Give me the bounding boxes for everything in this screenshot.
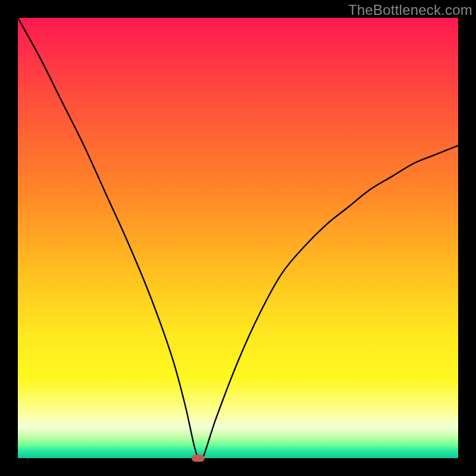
watermark-text: TheBottleneck.com: [348, 2, 472, 18]
plot-area: [18, 18, 458, 458]
chart-frame: TheBottleneck.com: [0, 0, 476, 476]
optimum-marker: [192, 455, 205, 462]
bottleneck-curve: [18, 18, 458, 458]
